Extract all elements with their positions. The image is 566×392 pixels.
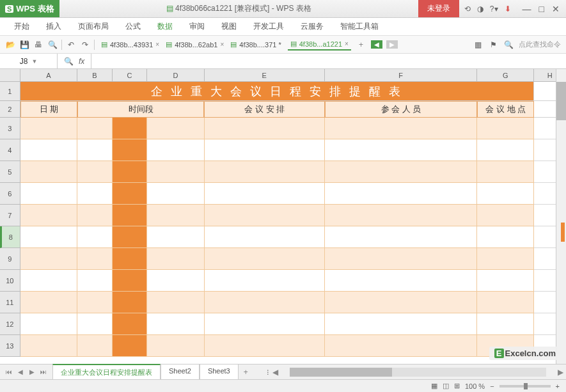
cell[interactable] bbox=[147, 248, 204, 270]
title-cell[interactable]: 企 业 重 大 会 议 日 程 安 排 提 醒 表 bbox=[20, 82, 535, 101]
cell[interactable] bbox=[77, 292, 113, 313]
col-header-B[interactable]: B bbox=[77, 69, 113, 81]
cell[interactable] bbox=[20, 139, 77, 161]
menu-视图[interactable]: 视图 bbox=[214, 19, 244, 35]
cell[interactable] bbox=[325, 205, 477, 226]
cell[interactable] bbox=[77, 226, 113, 248]
cell[interactable] bbox=[477, 118, 534, 139]
menu-页面布局[interactable]: 页面布局 bbox=[70, 19, 116, 35]
sheet-tab[interactable]: Sheet2 bbox=[161, 364, 200, 380]
doc-tab[interactable]: ▤ 4f38b...43931 × bbox=[98, 38, 162, 51]
row-header[interactable]: 13 bbox=[0, 335, 20, 357]
flag-icon[interactable]: ⚑ bbox=[488, 40, 498, 50]
vertical-scrollbar[interactable] bbox=[556, 69, 566, 364]
cell[interactable] bbox=[325, 139, 477, 161]
cell[interactable] bbox=[325, 248, 477, 270]
row-header[interactable]: 6 bbox=[0, 183, 20, 205]
cell[interactable] bbox=[77, 139, 113, 161]
login-button[interactable]: 未登录 bbox=[418, 0, 459, 17]
cell[interactable] bbox=[113, 161, 148, 183]
cell[interactable] bbox=[113, 226, 148, 248]
cell[interactable] bbox=[77, 205, 113, 226]
cell[interactable] bbox=[477, 248, 534, 270]
cell[interactable] bbox=[477, 270, 534, 292]
cell[interactable] bbox=[325, 335, 477, 357]
cell[interactable] bbox=[77, 313, 113, 335]
scrollbar-thumb[interactable] bbox=[556, 82, 566, 120]
row-header[interactable]: 12 bbox=[0, 313, 20, 335]
row-header[interactable]: 10 bbox=[0, 270, 20, 292]
scrollbar-track[interactable] bbox=[290, 368, 546, 377]
menu-云服务[interactable]: 云服务 bbox=[293, 19, 331, 35]
sheet-tab[interactable]: 企业重大会议日程安排提醒表 bbox=[52, 364, 161, 380]
search-hint[interactable]: 点此查找命令 bbox=[519, 40, 561, 49]
sheet-prev-button[interactable]: ◀ bbox=[15, 368, 26, 375]
cell[interactable] bbox=[113, 292, 148, 313]
cell[interactable] bbox=[205, 161, 326, 183]
cell[interactable] bbox=[477, 313, 534, 335]
sync-icon[interactable]: ⟲ bbox=[464, 4, 471, 13]
cell[interactable] bbox=[20, 183, 77, 205]
spreadsheet-grid[interactable]: ABCDEFGH 1企 业 重 大 会 议 日 程 安 排 提 醒 表2日 期时… bbox=[0, 69, 566, 376]
cell[interactable] bbox=[77, 335, 113, 357]
row-header[interactable]: 7 bbox=[0, 205, 20, 226]
close-icon[interactable]: × bbox=[345, 40, 349, 47]
cell[interactable] bbox=[205, 335, 326, 357]
cell[interactable] bbox=[147, 270, 204, 292]
help-icon[interactable]: ?▾ bbox=[490, 4, 498, 13]
row-header[interactable]: 4 bbox=[0, 139, 20, 161]
cell[interactable] bbox=[205, 270, 326, 292]
open-icon[interactable]: 📂 bbox=[5, 40, 15, 50]
header-cell[interactable]: 日 期 bbox=[20, 101, 77, 118]
pin-icon[interactable]: ⬇ bbox=[505, 4, 511, 13]
cell[interactable] bbox=[113, 183, 148, 205]
row-header[interactable]: 9 bbox=[0, 248, 20, 270]
cell[interactable] bbox=[205, 248, 326, 270]
name-box[interactable]: J8 ▼ bbox=[0, 54, 58, 68]
chevron-down-icon[interactable]: ▼ bbox=[31, 58, 37, 65]
view-page-icon[interactable]: ◫ bbox=[443, 382, 449, 390]
menu-数据[interactable]: 数据 bbox=[150, 19, 180, 35]
menu-公式[interactable]: 公式 bbox=[118, 19, 148, 35]
select-all-corner[interactable] bbox=[0, 69, 20, 81]
cell[interactable] bbox=[77, 183, 113, 205]
cell[interactable] bbox=[325, 118, 477, 139]
cell[interactable] bbox=[113, 205, 148, 226]
sheet-tab[interactable]: Sheet3 bbox=[200, 364, 239, 380]
cell[interactable] bbox=[113, 118, 148, 139]
row-header[interactable]: 8 bbox=[0, 226, 20, 248]
col-header-E[interactable]: E bbox=[205, 69, 326, 81]
cell[interactable] bbox=[77, 118, 113, 139]
header-cell[interactable]: 会 议 安 排 bbox=[204, 101, 325, 118]
col-header-A[interactable]: A bbox=[20, 69, 77, 81]
new-tab-button[interactable]: + bbox=[355, 40, 367, 49]
cell[interactable] bbox=[325, 270, 477, 292]
row-header[interactable]: 5 bbox=[0, 161, 20, 183]
sheet-next-button[interactable]: ▶ bbox=[27, 368, 37, 375]
zoom-level[interactable]: 100 % bbox=[465, 382, 485, 390]
header-cell[interactable]: 参 会 人 员 bbox=[325, 101, 477, 118]
cell[interactable] bbox=[325, 313, 477, 335]
view-break-icon[interactable]: ⊞ bbox=[454, 382, 460, 390]
cell[interactable] bbox=[20, 248, 77, 270]
cell[interactable] bbox=[113, 313, 148, 335]
doc-tab[interactable]: ▤ 4f38b...a1221 × bbox=[288, 38, 351, 51]
cell[interactable] bbox=[477, 226, 534, 248]
col-header-C[interactable]: C bbox=[113, 69, 148, 81]
theme-icon[interactable]: ◑ bbox=[477, 4, 483, 13]
scrollbar-thumb[interactable] bbox=[290, 368, 392, 377]
sheet-last-button[interactable]: ⏭ bbox=[38, 368, 49, 375]
tab-prev-button[interactable]: ◀ bbox=[371, 40, 382, 49]
row-header[interactable]: 3 bbox=[0, 118, 20, 139]
row-header[interactable]: 2 bbox=[0, 101, 20, 118]
cell[interactable] bbox=[205, 226, 326, 248]
cell[interactable] bbox=[325, 226, 477, 248]
cell[interactable] bbox=[325, 161, 477, 183]
search-icon[interactable]: 🔍 bbox=[503, 40, 514, 50]
cell[interactable] bbox=[77, 161, 113, 183]
undo-icon[interactable]: ↶ bbox=[66, 40, 76, 50]
cell[interactable] bbox=[20, 270, 77, 292]
scroll-left-button[interactable]: ◀ bbox=[270, 368, 281, 377]
cell[interactable] bbox=[20, 313, 77, 335]
add-sheet-button[interactable]: + bbox=[239, 365, 253, 379]
